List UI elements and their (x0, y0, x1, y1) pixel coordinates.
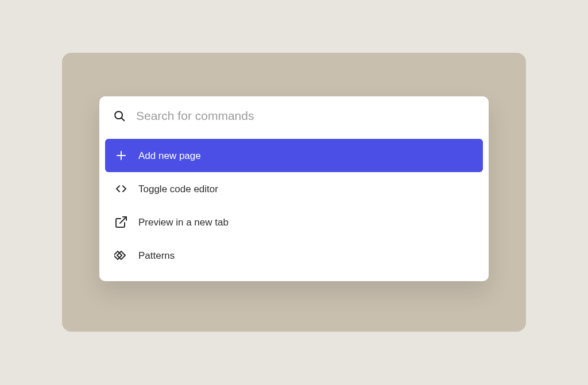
search-row (99, 96, 489, 134)
command-label: Toggle code editor (138, 184, 218, 194)
plus-icon (114, 149, 128, 162)
command-label: Preview in a new tab (138, 217, 229, 227)
code-icon (114, 182, 128, 196)
external-link-icon (114, 215, 128, 229)
command-label: Patterns (138, 251, 175, 260)
search-input[interactable] (136, 109, 475, 123)
command-list: Add new page Toggle code editor (99, 134, 489, 281)
command-patterns[interactable]: Patterns (105, 239, 483, 272)
search-icon (113, 110, 126, 122)
svg-line-1 (122, 118, 125, 121)
command-palette: Add new page Toggle code editor (99, 96, 489, 281)
patterns-icon (114, 248, 128, 262)
backdrop-panel: Add new page Toggle code editor (62, 53, 526, 332)
svg-line-4 (120, 217, 126, 223)
command-preview-new-tab[interactable]: Preview in a new tab (105, 205, 483, 239)
command-add-new-page[interactable]: Add new page (105, 139, 483, 172)
command-toggle-code-editor[interactable]: Toggle code editor (105, 172, 483, 205)
command-label: Add new page (138, 151, 201, 161)
